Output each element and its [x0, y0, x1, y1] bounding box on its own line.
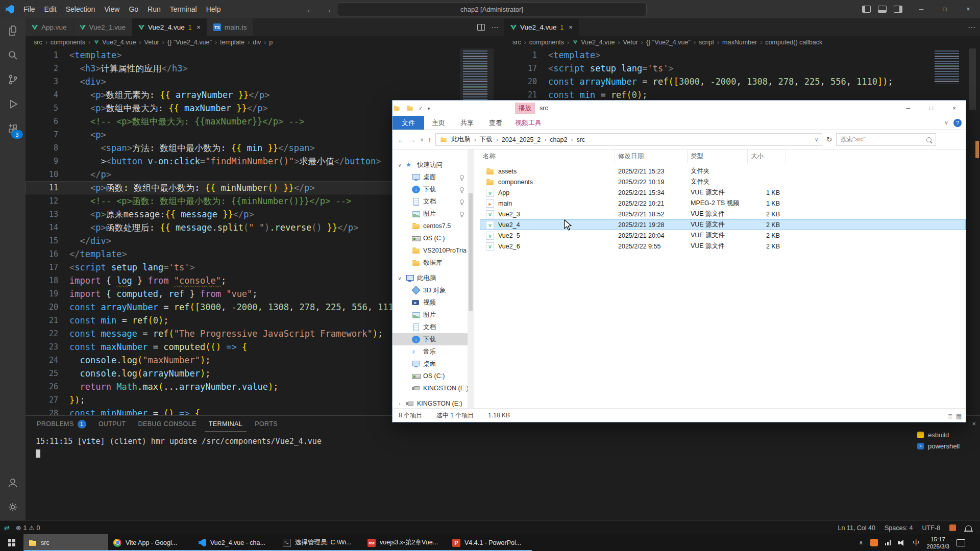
panel-tab-problems[interactable]: PROBLEMS1: [33, 416, 90, 432]
forward-icon[interactable]: →: [324, 5, 332, 14]
minimize-button[interactable]: ─: [910, 0, 933, 18]
nav-item-快速访问[interactable]: ∨快速访问: [393, 159, 468, 171]
nav-up-icon[interactable]: ↑: [428, 136, 431, 144]
terminal-instance-powershell[interactable]: >powershell: [917, 440, 966, 452]
file-row-Vue2_4[interactable]: Vue2_42025/2/21 19:28VUE 源文件2 KB: [480, 219, 966, 230]
taskbar-button-Vite App - Googl...[interactable]: Vite App - Googl...: [108, 534, 193, 551]
terminal-output[interactable]: 15:11:15 [vite] (client) hmr update /src…: [36, 435, 322, 460]
toggle-panel-icon[interactable]: [878, 6, 887, 13]
more-actions-icon[interactable]: ⋯: [491, 23, 499, 32]
menu-item-file[interactable]: File: [19, 0, 40, 18]
breadcrumb-item[interactable]: src: [34, 39, 42, 46]
details-view-icon[interactable]: ≣: [948, 413, 953, 420]
file-row-Vue2_5[interactable]: Vue2_52025/2/21 20:04VUE 源文件2 KB: [480, 230, 966, 241]
back-icon[interactable]: ←: [306, 5, 314, 14]
close-button[interactable]: ×: [957, 0, 980, 18]
maximize-button[interactable]: □: [933, 0, 957, 18]
address-segment[interactable]: chap2: [550, 136, 567, 143]
code-line[interactable]: 2 <h3>计算属性的应用</h3>: [26, 62, 504, 75]
tab-close-icon[interactable]: ×: [569, 23, 573, 31]
chevron-right-icon[interactable]: ›: [397, 401, 403, 407]
code-line[interactable]: 1<template>: [26, 48, 504, 62]
ribbon-tab-video-tools[interactable]: 视频工具: [510, 118, 547, 128]
nav-item-3D 对象[interactable]: 3D 对象: [393, 284, 468, 296]
explorer-icon[interactable]: [0, 18, 26, 43]
menu-item-view[interactable]: View: [100, 0, 124, 18]
nav-item-KINGSTON (E:)[interactable]: ›KINGSTON (E:): [393, 397, 468, 409]
nav-item-文档[interactable]: 文档: [393, 321, 468, 333]
explorer-search-box[interactable]: 搜索"src": [836, 133, 936, 146]
column-header-大小[interactable]: 大小: [748, 149, 786, 163]
explorer-minimize-button[interactable]: ─: [897, 101, 920, 116]
qat-dropdown-icon[interactable]: ▾: [427, 106, 430, 111]
nav-item-桌面[interactable]: 桌面: [393, 358, 468, 370]
column-header-名称[interactable]: 名称: [480, 149, 615, 163]
breadcrumb-item[interactable]: template: [220, 39, 244, 46]
network-icon[interactable]: [885, 540, 891, 545]
column-header-修改日期[interactable]: 修改日期: [615, 149, 688, 163]
nav-item-音乐[interactable]: 音乐: [393, 345, 468, 358]
action-center-icon[interactable]: [957, 539, 965, 546]
remote-indicator-icon[interactable]: ⇄: [4, 524, 10, 532]
editor-tab-Vue2_1.vue[interactable]: Vue2_1.vue: [74, 18, 133, 36]
breadcrumb-item[interactable]: maxNumber: [722, 39, 757, 46]
indentation[interactable]: Spaces: 4: [885, 524, 913, 532]
file-row-App[interactable]: App2025/2/21 15:34VUE 源文件1 KB: [480, 187, 966, 198]
thumbnail-view-icon[interactable]: ▦: [956, 413, 962, 420]
panel-tab-debug-console[interactable]: DEBUG CONSOLE: [134, 416, 200, 432]
menu-item-help[interactable]: Help: [202, 0, 226, 18]
nav-item-数据库[interactable]: 数据库: [393, 257, 468, 269]
help-icon[interactable]: ?: [953, 119, 962, 127]
nav-item-视频[interactable]: 视频: [393, 296, 468, 309]
menu-item-run[interactable]: Run: [143, 0, 165, 18]
code-line[interactable]: 1<template>: [504, 48, 980, 62]
nav-item-此电脑[interactable]: ∨此电脑: [393, 272, 468, 284]
breadcrumb-item[interactable]: script: [699, 39, 714, 46]
file-row-components[interactable]: components2025/2/22 10:19文件夹: [480, 177, 966, 187]
menu-item-go[interactable]: Go: [124, 0, 143, 18]
taskbar-button-Vue2_4.vue - cha...[interactable]: Vue2_4.vue - cha...: [193, 534, 278, 551]
contextual-tab-play[interactable]: 播放: [515, 103, 535, 114]
toggle-sidebar-icon[interactable]: [862, 6, 871, 13]
taskbar-button-V4.4.1 - PowerPoi...[interactable]: V4.4.1 - PowerPoi...: [447, 534, 532, 551]
code-line[interactable]: 3 <div>: [26, 75, 504, 88]
breadcrumb-item[interactable]: {} "Vue2_4.vue": [646, 39, 691, 46]
address-segment[interactable]: 此电脑: [451, 135, 471, 144]
qat-check-icon[interactable]: ✓: [419, 106, 423, 111]
volume-icon[interactable]: [898, 540, 905, 546]
breadcrumb-item[interactable]: Vetur: [623, 39, 638, 46]
breadcrumb-item[interactable]: {} "Vue2_4.vue": [167, 39, 212, 46]
nav-item-桌面[interactable]: 桌面: [393, 171, 468, 183]
scrollbar-thumb[interactable]: [969, 48, 976, 110]
nav-item-centos7.5[interactable]: centos7.5: [393, 220, 468, 232]
notifications-bell-icon[interactable]: [965, 525, 972, 531]
panel-close-icon[interactable]: ×: [972, 420, 976, 428]
breadcrumb-item[interactable]: Vetur: [144, 39, 159, 46]
address-breadcrumb[interactable]: 此电脑›下载›2024_2025_2›chap2›src ∨: [435, 133, 822, 146]
address-segment[interactable]: 下载: [480, 135, 493, 144]
taskbar-button-vuejs3.x-第2章Vue...[interactable]: vuejs3.x-第2章Vue...: [362, 534, 447, 551]
start-button[interactable]: [0, 534, 23, 551]
breadcrumb-item[interactable]: computed() callback: [765, 39, 822, 46]
nav-item-图片[interactable]: 图片: [393, 309, 468, 321]
ime-indicator[interactable]: 中: [913, 538, 919, 547]
source-control-icon[interactable]: [0, 67, 26, 92]
toggle-secondary-sidebar-icon[interactable]: [894, 6, 902, 13]
panel-tab-output[interactable]: OUTPUT: [94, 416, 130, 432]
account-icon[interactable]: [0, 470, 26, 495]
more-actions-icon[interactable]: ⋯: [968, 23, 975, 32]
tray-expand-icon[interactable]: ∧: [859, 539, 863, 546]
tray-app-icon[interactable]: [870, 539, 878, 546]
ribbon-tab-home[interactable]: 主页: [424, 118, 453, 128]
breadcrumb-item[interactable]: components: [529, 39, 564, 46]
breadcrumb-item[interactable]: src: [512, 39, 521, 46]
breadcrumb-item[interactable]: Vue2_4.vue: [102, 39, 136, 46]
menu-item-terminal[interactable]: Terminal: [165, 0, 202, 18]
explorer-maximize-button[interactable]: □: [920, 101, 943, 116]
file-row-main[interactable]: main2025/2/22 10:21MPEG-2 TS 视频1 KB: [480, 198, 966, 209]
search-icon[interactable]: [0, 43, 26, 67]
breadcrumb-item[interactable]: div: [253, 39, 261, 46]
nav-item-下载[interactable]: 下载: [393, 183, 468, 195]
chevron-down-icon[interactable]: ∨: [397, 162, 403, 168]
terminal-instance-esbuild[interactable]: esbuild: [917, 429, 966, 440]
